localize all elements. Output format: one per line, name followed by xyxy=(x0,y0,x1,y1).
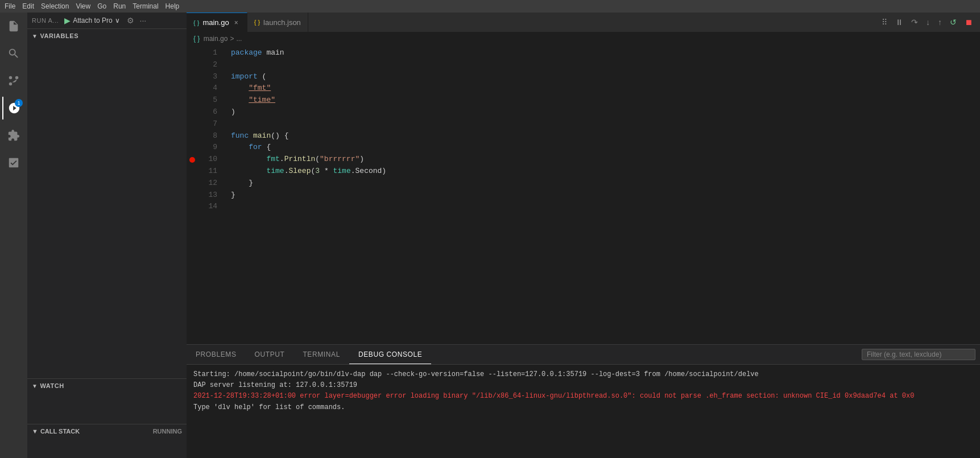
console-line: Starting: /home/socialpoint/go/bin/dlv-d… xyxy=(193,369,973,380)
tab-output[interactable]: OUTPUT xyxy=(246,345,294,364)
svg-point-0 xyxy=(9,82,13,86)
filter-input[interactable] xyxy=(862,349,975,360)
code-editor[interactable]: 1package main2 3import (4 "fmt"5 "time"6… xyxy=(187,45,980,344)
code-content: } xyxy=(226,178,253,189)
console-line: 2021-12-28T19:33:28+01:00 error layer=de… xyxy=(193,391,973,402)
code-line: 6) xyxy=(187,106,980,118)
breakpoint-area[interactable] xyxy=(187,106,198,118)
panel-filter xyxy=(857,345,980,364)
line-number: 2 xyxy=(198,59,226,71)
attach-to-pro-button[interactable]: ▶ Attach to Pro ∨ xyxy=(62,15,122,26)
menu-selection[interactable]: Selection xyxy=(41,2,69,10)
breakpoint-area[interactable] xyxy=(187,189,198,201)
activity-files[interactable] xyxy=(2,15,25,38)
menu-bar: File Edit Selection View Go Run Terminal… xyxy=(0,0,980,13)
breakpoint-area[interactable] xyxy=(187,166,198,178)
step-into-button[interactable]: ↓ xyxy=(923,16,933,28)
call-stack-header[interactable]: ▼ CALL STACK RUNNING xyxy=(27,424,187,438)
line-number: 4 xyxy=(198,82,226,94)
breadcrumb-symbol[interactable]: ... xyxy=(236,35,242,43)
breakpoint-area[interactable] xyxy=(187,130,198,142)
variables-label: VARIABLES xyxy=(40,32,78,39)
code-content xyxy=(226,59,235,71)
activity-extensions[interactable] xyxy=(2,124,25,147)
run-label: RUN A... xyxy=(32,17,59,24)
pause-button[interactable]: ⏸ xyxy=(892,16,906,28)
breakpoint-area[interactable] xyxy=(187,118,198,130)
breakpoint-area[interactable] xyxy=(187,47,198,59)
restart-button[interactable]: ↺ xyxy=(947,16,960,28)
step-out-button[interactable]: ↑ xyxy=(935,16,945,28)
code-content: import ( xyxy=(226,71,266,83)
line-number: 3 xyxy=(198,71,226,83)
code-line: 2 xyxy=(187,59,980,71)
code-line: 5 "time" xyxy=(187,94,980,106)
breakpoint-area[interactable] xyxy=(187,201,198,213)
editor-area: { } main.go × { } launch.json ⠿ ⏸ ↷ ↓ ↑ … xyxy=(187,13,980,458)
menu-view[interactable]: View xyxy=(76,2,90,10)
tab-launch-json-label: launch.json xyxy=(263,18,301,27)
tab-main-go-close[interactable]: × xyxy=(233,18,240,27)
activity-source-control[interactable] xyxy=(2,69,25,92)
panel-content: Starting: /home/socialpoint/go/bin/dlv-d… xyxy=(187,365,980,458)
watch-arrow: ▼ xyxy=(32,383,38,389)
code-line: 9 for { xyxy=(187,142,980,154)
grid-button[interactable]: ⠿ xyxy=(879,16,890,28)
stop-button[interactable]: ⏹ xyxy=(962,16,975,28)
line-number: 12 xyxy=(198,178,226,189)
svg-point-2 xyxy=(9,76,13,80)
line-number: 1 xyxy=(198,47,226,59)
breakpoint-area[interactable] xyxy=(187,71,198,83)
breakpoint-area[interactable] xyxy=(187,82,198,94)
code-content: ) xyxy=(226,106,235,118)
debug-badge: 1 xyxy=(15,99,23,107)
code-content: func main() { xyxy=(226,130,288,142)
breakpoint-area[interactable] xyxy=(187,178,198,189)
line-number: 9 xyxy=(198,142,226,154)
step-over-button[interactable]: ↷ xyxy=(908,16,921,28)
gear-icon-button[interactable]: ⚙ xyxy=(126,15,135,26)
activity-search[interactable] xyxy=(2,42,25,65)
code-content: time.Sleep(3 * time.Second) xyxy=(226,166,386,178)
tab-debug-console[interactable]: DEBUG CONSOLE xyxy=(349,345,432,364)
line-number: 13 xyxy=(198,189,226,201)
panel-tabs: PROBLEMS OUTPUT TERMINAL DEBUG CONSOLE xyxy=(187,345,980,365)
variables-header[interactable]: ▼ VARIABLES xyxy=(27,29,187,43)
activity-test[interactable] xyxy=(2,151,25,174)
menu-go[interactable]: Go xyxy=(97,2,106,10)
tab-terminal[interactable]: TERMINAL xyxy=(293,345,349,364)
code-line: 8func main() { xyxy=(187,130,980,142)
call-stack-section: ▼ CALL STACK RUNNING xyxy=(27,424,187,458)
code-line: 11 time.Sleep(3 * time.Second) xyxy=(187,166,980,178)
menu-run[interactable]: Run xyxy=(113,2,126,10)
breakpoint-area[interactable] xyxy=(187,154,198,166)
call-stack-label: CALL STACK xyxy=(40,428,80,435)
activity-run-debug[interactable]: 1 xyxy=(2,97,25,119)
menu-help[interactable]: Help xyxy=(166,2,180,10)
line-number: 7 xyxy=(198,118,226,130)
running-badge: RUNNING xyxy=(153,428,182,435)
more-actions-button[interactable]: ··· xyxy=(139,15,148,26)
line-number: 5 xyxy=(198,94,226,106)
tab-launch-json[interactable]: { } launch.json xyxy=(247,13,308,32)
line-number: 8 xyxy=(198,130,226,142)
code-content: fmt.Println("brrrrrr") xyxy=(226,154,364,166)
breakpoint-area[interactable] xyxy=(187,142,198,154)
watch-header[interactable]: ▼ WATCH xyxy=(27,379,187,393)
breadcrumb-separator: > xyxy=(230,35,234,43)
tab-main-go[interactable]: { } main.go × xyxy=(187,13,247,32)
menu-file[interactable]: File xyxy=(5,2,15,10)
chevron-down-icon: ∨ xyxy=(115,16,120,24)
breadcrumb-file[interactable]: { } main.go xyxy=(193,35,228,43)
menu-edit[interactable]: Edit xyxy=(22,2,34,10)
line-number: 10 xyxy=(198,154,226,166)
code-line: 10 fmt.Println("brrrrrr") xyxy=(187,154,980,166)
breakpoint-area[interactable] xyxy=(187,59,198,71)
menu-terminal[interactable]: Terminal xyxy=(133,2,158,10)
code-line: 7 xyxy=(187,118,980,130)
tab-problems[interactable]: PROBLEMS xyxy=(187,345,246,364)
code-line: 3import ( xyxy=(187,71,980,83)
line-number: 14 xyxy=(198,201,226,213)
breakpoint-area[interactable] xyxy=(187,94,198,106)
sidebar: RUN A... ▶ Attach to Pro ∨ ⚙ ··· ▼ VARIA… xyxy=(27,13,187,458)
